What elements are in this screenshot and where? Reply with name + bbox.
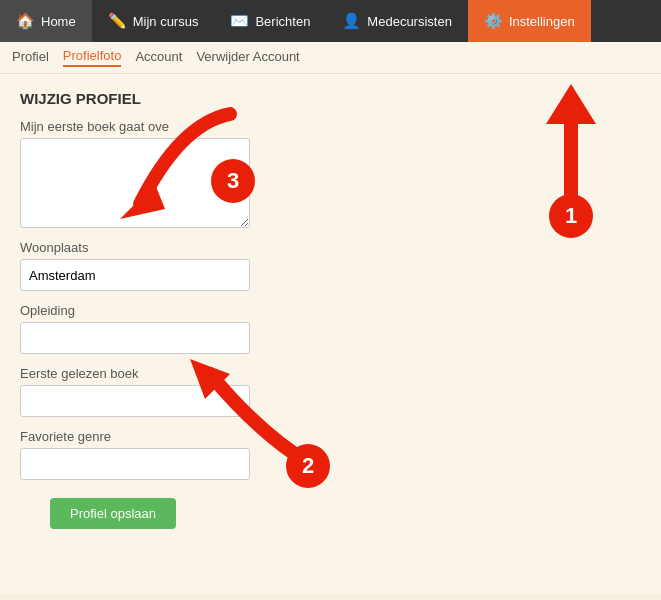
badge-1: 1 (549, 194, 593, 238)
badge-2: 2 (286, 444, 330, 488)
gear-icon: ⚙️ (484, 12, 503, 30)
subnav-account[interactable]: Account (135, 49, 182, 66)
nav-mijn-cursus-label: Mijn cursus (133, 14, 199, 29)
user-icon: 👤 (342, 12, 361, 30)
nav-mijn-cursus[interactable]: ✏️ Mijn cursus (92, 0, 215, 42)
subnav-profielfoto[interactable]: Profielfoto (63, 48, 122, 67)
nav-berichten-label: Berichten (255, 14, 310, 29)
nav-medecursisten-label: Medecursisten (367, 14, 452, 29)
nav-berichten[interactable]: ✉️ Berichten (214, 0, 326, 42)
nav-instellingen-label: Instellingen (509, 14, 575, 29)
woonplaats-input[interactable] (20, 259, 250, 291)
mail-icon: ✉️ (230, 12, 249, 30)
eerste-boek-label: Eerste gelezen boek (20, 366, 641, 381)
edit-icon: ✏️ (108, 12, 127, 30)
nav-instellingen[interactable]: ⚙️ Instellingen (468, 0, 591, 42)
main-content: WIJZIG PROFIEL Mijn eerste boek gaat ove… (0, 74, 661, 594)
favoriete-genre-label: Favoriete genre (20, 429, 641, 444)
woonplaats-label: Woonplaats (20, 240, 641, 255)
eerste-boek-input[interactable] (20, 385, 250, 417)
favoriete-genre-input[interactable] (20, 448, 250, 480)
section-title: WIJZIG PROFIEL (20, 90, 641, 107)
opleiding-input[interactable] (20, 322, 250, 354)
nav-home[interactable]: 🏠 Home (0, 0, 92, 42)
nav-home-label: Home (41, 14, 76, 29)
nav-medecursisten[interactable]: 👤 Medecursisten (326, 0, 468, 42)
bio-textarea[interactable] (20, 138, 250, 228)
top-navigation: 🏠 Home ✏️ Mijn cursus ✉️ Berichten 👤 Med… (0, 0, 661, 42)
save-button[interactable]: Profiel opslaan (50, 498, 176, 529)
opleiding-label: Opleiding (20, 303, 641, 318)
subnav-profiel[interactable]: Profiel (12, 49, 49, 66)
home-icon: 🏠 (16, 12, 35, 30)
sub-navigation: Profiel Profielfoto Account Verwijder Ac… (0, 42, 661, 74)
bio-label: Mijn eerste boek gaat ove (20, 119, 641, 134)
subnav-verwijder-account[interactable]: Verwijder Account (196, 49, 299, 66)
